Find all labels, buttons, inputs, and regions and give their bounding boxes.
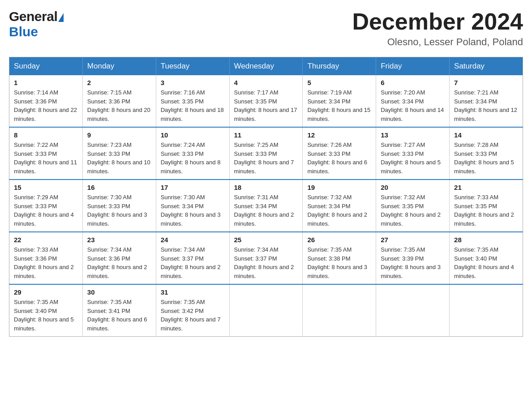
calendar-week-row: 1 Sunrise: 7:14 AMSunset: 3:36 PMDayligh… [9,75,523,127]
day-number: 3 [161,79,225,86]
calendar-cell: 16 Sunrise: 7:30 AMSunset: 3:33 PMDaylig… [82,180,156,232]
day-number: 30 [87,288,151,296]
title-section: December 2024 Olesno, Lesser Poland, Pol… [352,9,523,48]
day-info: Sunrise: 7:30 AMSunset: 3:33 PMDaylight:… [87,193,151,228]
day-number: 12 [307,131,371,139]
calendar-cell: 7 Sunrise: 7:21 AMSunset: 3:34 PMDayligh… [450,75,523,127]
calendar-week-row: 8 Sunrise: 7:22 AMSunset: 3:33 PMDayligh… [9,127,523,180]
day-number: 6 [381,79,445,86]
calendar-cell [376,284,450,337]
day-info: Sunrise: 7:14 AMSunset: 3:36 PMDaylight:… [14,88,78,123]
calendar-cell: 4 Sunrise: 7:17 AMSunset: 3:35 PMDayligh… [229,75,303,127]
day-number: 28 [454,236,518,244]
month-title: December 2024 [352,9,523,34]
calendar-cell: 21 Sunrise: 7:33 AMSunset: 3:35 PMDaylig… [450,180,523,232]
day-info: Sunrise: 7:35 AMSunset: 3:40 PMDaylight:… [454,245,518,280]
calendar-cell: 23 Sunrise: 7:34 AMSunset: 3:36 PMDaylig… [82,232,156,284]
day-info: Sunrise: 7:34 AMSunset: 3:37 PMDaylight:… [161,245,225,280]
page-header: General Blue December 2024 Olesno, Lesse… [9,9,523,48]
calendar-cell: 8 Sunrise: 7:22 AMSunset: 3:33 PMDayligh… [9,127,83,180]
day-info: Sunrise: 7:28 AMSunset: 3:33 PMDaylight:… [454,141,518,176]
calendar-cell: 5 Sunrise: 7:19 AMSunset: 3:34 PMDayligh… [303,75,376,127]
day-number: 26 [307,236,371,244]
day-info: Sunrise: 7:30 AMSunset: 3:34 PMDaylight:… [161,193,225,228]
calendar-cell: 12 Sunrise: 7:26 AMSunset: 3:33 PMDaylig… [303,127,376,180]
day-number: 23 [87,236,151,244]
day-number: 22 [14,236,78,244]
calendar-cell: 25 Sunrise: 7:34 AMSunset: 3:37 PMDaylig… [229,232,303,284]
calendar-cell: 19 Sunrise: 7:32 AMSunset: 3:34 PMDaylig… [303,180,376,232]
calendar-cell: 14 Sunrise: 7:28 AMSunset: 3:33 PMDaylig… [450,127,523,180]
day-info: Sunrise: 7:15 AMSunset: 3:36 PMDaylight:… [87,88,151,123]
day-info: Sunrise: 7:35 AMSunset: 3:38 PMDaylight:… [307,245,371,280]
day-number: 18 [234,184,298,191]
day-number: 15 [14,184,78,191]
calendar-cell: 17 Sunrise: 7:30 AMSunset: 3:34 PMDaylig… [156,180,229,232]
calendar-header-row: SundayMondayTuesdayWednesdayThursdayFrid… [9,57,523,76]
calendar-week-row: 22 Sunrise: 7:33 AMSunset: 3:36 PMDaylig… [9,232,523,284]
calendar-cell: 1 Sunrise: 7:14 AMSunset: 3:36 PMDayligh… [9,75,83,127]
calendar-cell [450,284,523,337]
day-info: Sunrise: 7:16 AMSunset: 3:35 PMDaylight:… [161,88,225,123]
day-number: 21 [454,184,518,191]
day-info: Sunrise: 7:33 AMSunset: 3:35 PMDaylight:… [454,193,518,228]
day-number: 7 [454,79,518,86]
day-info: Sunrise: 7:35 AMSunset: 3:41 PMDaylight:… [87,298,151,333]
day-info: Sunrise: 7:21 AMSunset: 3:34 PMDaylight:… [454,88,518,123]
calendar-cell: 31 Sunrise: 7:35 AMSunset: 3:42 PMDaylig… [156,284,229,337]
day-info: Sunrise: 7:34 AMSunset: 3:37 PMDaylight:… [234,245,298,280]
logo-blue-text: Blue [9,24,38,39]
day-info: Sunrise: 7:26 AMSunset: 3:33 PMDaylight:… [307,141,371,176]
calendar-cell: 29 Sunrise: 7:35 AMSunset: 3:40 PMDaylig… [9,284,83,337]
calendar-cell: 27 Sunrise: 7:35 AMSunset: 3:39 PMDaylig… [376,232,450,284]
logo: General Blue [9,9,64,39]
calendar-cell: 10 Sunrise: 7:24 AMSunset: 3:33 PMDaylig… [156,127,229,180]
day-number: 31 [161,288,225,296]
calendar-cell: 18 Sunrise: 7:31 AMSunset: 3:34 PMDaylig… [229,180,303,232]
calendar-week-row: 29 Sunrise: 7:35 AMSunset: 3:40 PMDaylig… [9,284,523,337]
calendar-header-friday: Friday [376,57,450,76]
calendar-header-tuesday: Tuesday [156,57,229,76]
logo-triangle-icon [58,13,64,22]
calendar-cell: 13 Sunrise: 7:27 AMSunset: 3:33 PMDaylig… [376,127,450,180]
calendar-header-monday: Monday [82,57,156,76]
day-number: 14 [454,131,518,139]
day-number: 27 [381,236,445,244]
day-number: 1 [14,79,78,86]
calendar-cell: 22 Sunrise: 7:33 AMSunset: 3:36 PMDaylig… [9,232,83,284]
day-number: 10 [161,131,225,139]
calendar-cell: 11 Sunrise: 7:25 AMSunset: 3:33 PMDaylig… [229,127,303,180]
calendar-header-saturday: Saturday [450,57,523,76]
day-info: Sunrise: 7:35 AMSunset: 3:40 PMDaylight:… [14,298,78,333]
day-info: Sunrise: 7:34 AMSunset: 3:36 PMDaylight:… [87,245,151,280]
day-number: 11 [234,131,298,139]
day-number: 13 [381,131,445,139]
day-info: Sunrise: 7:29 AMSunset: 3:33 PMDaylight:… [14,193,78,228]
day-info: Sunrise: 7:33 AMSunset: 3:36 PMDaylight:… [14,245,78,280]
day-info: Sunrise: 7:25 AMSunset: 3:33 PMDaylight:… [234,141,298,176]
day-info: Sunrise: 7:24 AMSunset: 3:33 PMDaylight:… [161,141,225,176]
day-number: 24 [161,236,225,244]
calendar-cell: 6 Sunrise: 7:20 AMSunset: 3:34 PMDayligh… [376,75,450,127]
day-info: Sunrise: 7:35 AMSunset: 3:39 PMDaylight:… [381,245,445,280]
calendar-header-wednesday: Wednesday [229,57,303,76]
calendar-cell: 28 Sunrise: 7:35 AMSunset: 3:40 PMDaylig… [450,232,523,284]
day-number: 5 [307,79,371,86]
day-number: 29 [14,288,78,296]
calendar-cell: 15 Sunrise: 7:29 AMSunset: 3:33 PMDaylig… [9,180,83,232]
calendar-header-thursday: Thursday [303,57,376,76]
day-info: Sunrise: 7:32 AMSunset: 3:35 PMDaylight:… [381,193,445,228]
day-info: Sunrise: 7:17 AMSunset: 3:35 PMDaylight:… [234,88,298,123]
calendar-cell: 9 Sunrise: 7:23 AMSunset: 3:33 PMDayligh… [82,127,156,180]
day-number: 25 [234,236,298,244]
day-info: Sunrise: 7:27 AMSunset: 3:33 PMDaylight:… [381,141,445,176]
day-number: 9 [87,131,151,139]
day-number: 19 [307,184,371,191]
calendar-cell: 3 Sunrise: 7:16 AMSunset: 3:35 PMDayligh… [156,75,229,127]
day-number: 16 [87,184,151,191]
calendar-table: SundayMondayTuesdayWednesdayThursdayFrid… [9,57,523,337]
day-number: 20 [381,184,445,191]
calendar-cell: 24 Sunrise: 7:34 AMSunset: 3:37 PMDaylig… [156,232,229,284]
day-info: Sunrise: 7:23 AMSunset: 3:33 PMDaylight:… [87,141,151,176]
calendar-cell [303,284,376,337]
